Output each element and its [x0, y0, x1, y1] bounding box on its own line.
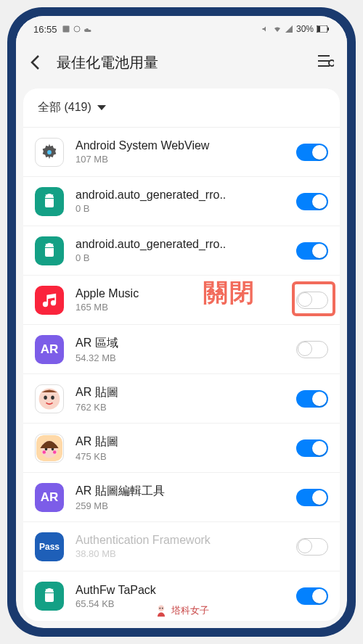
app-icon	[35, 582, 64, 611]
svg-point-31	[162, 608, 163, 609]
filter-dropdown[interactable]: 全部 (419)	[23, 88, 340, 128]
app-row[interactable]: ARAR 貼圖編輯工具259 MB	[23, 473, 340, 522]
app-info: Apple Music165 MB	[76, 287, 296, 313]
app-row[interactable]: android.auto_generated_rro..0 B	[23, 226, 340, 276]
app-icon: Pass	[35, 532, 64, 561]
svg-point-29	[158, 606, 164, 611]
watermark-icon	[154, 603, 168, 618]
optimize-toggle[interactable]	[296, 144, 328, 161]
optimize-toggle[interactable]	[296, 242, 328, 260]
app-info: android.auto_generated_rro..0 B	[76, 189, 296, 214]
svg-point-1	[74, 26, 80, 32]
app-info: AR 貼圖762 KB	[76, 385, 296, 413]
optimize-toggle	[296, 538, 328, 556]
toggle-knob	[298, 342, 312, 356]
camera-icon	[73, 25, 81, 33]
svg-point-20	[51, 395, 54, 399]
app-row[interactable]: android.auto_generated_rro..0 B	[23, 177, 340, 226]
toggle-knob	[312, 392, 327, 406]
chevron-left-icon	[30, 54, 40, 70]
app-info: Authentication Framework38.80 MB	[76, 534, 296, 559]
app-name: Authentication Framework	[76, 534, 296, 547]
optimize-toggle[interactable]	[296, 390, 328, 408]
app-row[interactable]: PassAuthentication Framework38.80 MB	[23, 522, 340, 571]
toggle-knob	[312, 441, 327, 455]
status-bar: 16:55 30%	[16, 16, 347, 42]
app-size: 165 MB	[76, 302, 296, 313]
app-name: AR 貼圖	[76, 385, 296, 400]
app-list: Android System WebView107 MBandroid.auto…	[23, 128, 340, 621]
svg-point-16	[52, 300, 56, 305]
svg-rect-3	[317, 26, 320, 32]
toggle-knob	[298, 539, 312, 553]
wifi-icon	[273, 25, 282, 33]
app-row[interactable]: AR 貼圖475 KB	[23, 424, 340, 473]
app-icon	[35, 384, 64, 413]
app-size: 54.32 MB	[76, 352, 296, 363]
back-button[interactable]	[28, 55, 42, 70]
svg-point-8	[329, 60, 334, 66]
app-icon: AR	[35, 483, 64, 512]
app-size: 0 B	[76, 203, 296, 214]
search-filter-button[interactable]	[318, 54, 335, 71]
app-icon	[35, 286, 64, 315]
phone-screen: 16:55 30% 最佳化電池用量	[16, 16, 347, 628]
svg-point-10	[47, 150, 52, 154]
app-info: AR 貼圖475 KB	[76, 434, 296, 462]
toggle-knob	[312, 589, 327, 603]
watermark: 塔科女子	[154, 603, 209, 618]
image-icon	[62, 25, 70, 33]
optimize-toggle[interactable]	[296, 439, 328, 457]
svg-point-19	[44, 395, 47, 399]
filter-label: 全部 (419)	[38, 100, 91, 115]
app-name: AR 貼圖	[76, 434, 296, 450]
filter-icon	[318, 54, 334, 68]
toggle-knob	[298, 292, 312, 307]
optimize-toggle[interactable]	[296, 193, 328, 210]
app-row[interactable]: ARAR 區域54.32 MB	[23, 325, 340, 374]
app-size: 0 B	[76, 252, 296, 263]
svg-point-15	[44, 302, 48, 306]
app-size: 762 KB	[76, 402, 296, 413]
app-name: Android System WebView	[76, 139, 296, 152]
app-size: 259 MB	[76, 500, 296, 511]
optimize-toggle[interactable]	[296, 489, 328, 506]
app-size: 475 KB	[76, 451, 296, 462]
svg-point-26	[53, 450, 57, 454]
app-row[interactable]: AR 貼圖762 KB	[23, 374, 340, 424]
app-icon	[35, 236, 64, 265]
app-icon	[35, 187, 64, 216]
mute-icon	[261, 25, 270, 33]
app-icon	[35, 138, 64, 167]
battery-percent: 30%	[296, 24, 314, 34]
app-row[interactable]: Android System WebView107 MB	[23, 128, 340, 177]
signal-icon	[285, 25, 293, 33]
header: 最佳化電池用量	[16, 42, 347, 83]
optimize-toggle[interactable]	[296, 587, 328, 605]
app-row[interactable]: Apple Music165 MB	[23, 276, 340, 325]
svg-rect-4	[327, 28, 329, 30]
svg-rect-0	[62, 26, 69, 33]
app-info: Android System WebView107 MB	[76, 139, 296, 165]
app-size: 38.80 MB	[76, 548, 296, 559]
toggle-knob	[312, 490, 327, 505]
app-name: AR 貼圖編輯工具	[76, 484, 296, 499]
app-name: android.auto_generated_rro..	[76, 189, 296, 202]
svg-point-25	[43, 450, 46, 454]
app-name: AuthFw TaPack	[76, 584, 296, 597]
toggle-knob	[312, 145, 327, 160]
optimize-toggle[interactable]	[296, 341, 328, 358]
app-info: AR 區域54.32 MB	[76, 336, 296, 363]
svg-point-30	[160, 608, 161, 609]
app-icon	[35, 434, 64, 463]
app-name: android.auto_generated_rro..	[76, 238, 296, 251]
status-time: 16:55	[33, 24, 57, 35]
app-icon: AR	[35, 335, 64, 364]
cloud-icon	[83, 25, 92, 33]
app-size: 107 MB	[76, 154, 296, 165]
toggle-knob	[312, 194, 327, 209]
optimize-toggle[interactable]	[296, 292, 328, 309]
page-title: 最佳化電池用量	[57, 53, 303, 73]
phone-frame: 16:55 30% 最佳化電池用量	[7, 7, 356, 637]
app-name: Apple Music	[76, 287, 296, 300]
